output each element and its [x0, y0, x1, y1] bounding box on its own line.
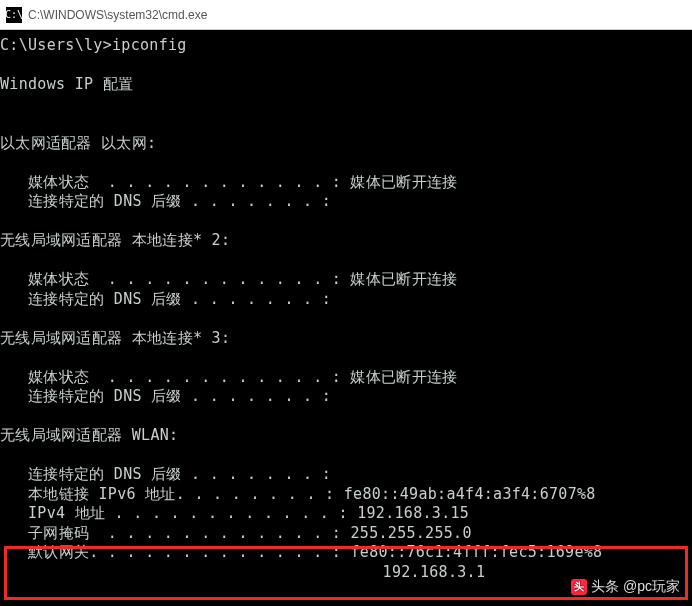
row-value: 媒体已断开连接	[341, 173, 457, 191]
window-title: C:\WINDOWS\system32\cmd.exe	[28, 8, 207, 22]
adapter-title: 无线局域网适配器 WLAN:	[0, 426, 178, 444]
window-titlebar[interactable]: C:\ C:\WINDOWS\system32\cmd.exe	[0, 0, 692, 30]
row-label: 本地链接 IPv6 地址	[28, 485, 176, 503]
ip-config-header: Windows IP 配置	[0, 75, 133, 93]
row-value: 媒体已断开连接	[341, 270, 457, 288]
toutiao-icon: 头	[571, 579, 587, 595]
watermark-prefix: 头条	[591, 578, 619, 596]
row-value: 192.168.3.1	[383, 563, 486, 581]
row-value: fe80::76c1:4fff:fec5:169e%8	[341, 543, 602, 561]
adapter-title: 以太网适配器 以太网:	[0, 134, 156, 152]
row-label: 媒体状态	[28, 368, 89, 386]
watermark-handle: @pc玩家	[623, 578, 680, 596]
row-value: 媒体已断开连接	[341, 368, 457, 386]
row-label: 默认网关	[28, 543, 89, 561]
row-value: 192.168.3.15	[348, 504, 469, 522]
row-label: 连接特定的 DNS 后缀	[28, 290, 182, 308]
row-label: 媒体状态	[28, 173, 89, 191]
row-label: 媒体状态	[28, 270, 89, 288]
cmd-icon: C:\	[6, 7, 22, 23]
watermark: 头 头条 @pc玩家	[571, 578, 680, 596]
row-label: 连接特定的 DNS 后缀	[28, 465, 182, 483]
row-value: 255.255.255.0	[341, 524, 472, 542]
row-label: IPv4 地址	[28, 504, 105, 522]
cmd-icon-glyph: C:\	[5, 10, 23, 20]
prompt-path: C:\Users\ly>	[0, 36, 112, 54]
row-label: 连接特定的 DNS 后缀	[28, 387, 182, 405]
row-label: 子网掩码	[28, 524, 89, 542]
row-label: 连接特定的 DNS 后缀	[28, 192, 182, 210]
adapter-title: 无线局域网适配器 本地连接* 2:	[0, 231, 230, 249]
prompt-command: ipconfig	[112, 36, 187, 54]
row-value: fe80::49ab:a4f4:a3f4:6707%8	[334, 485, 595, 503]
adapter-title: 无线局域网适配器 本地连接* 3:	[0, 329, 230, 347]
terminal-output[interactable]: C:\Users\ly>ipconfig Windows IP 配置 以太网适配…	[0, 30, 692, 582]
